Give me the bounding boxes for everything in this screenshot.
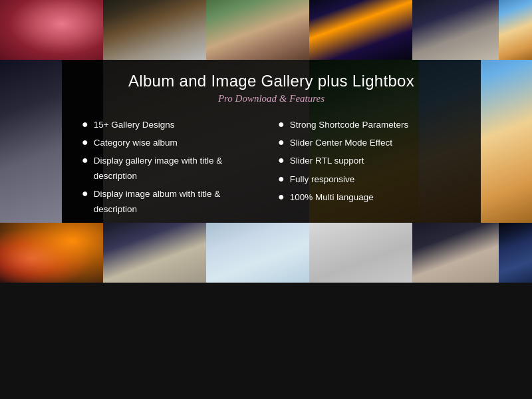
feature-left-1: ● 15+ Gallery Designs: [82, 115, 265, 133]
bullet-icon-3: ●: [82, 151, 88, 169]
bottom-image-5: [412, 223, 499, 283]
features-right-col: ● Strong Shortcode Parameters ● Slider C…: [278, 115, 461, 235]
bottom-image-1: [0, 223, 103, 283]
info-panel: Album and Image Gallery plus Lightbox Pr…: [62, 60, 481, 223]
top-image-5: [412, 0, 499, 60]
feature-left-4: ● Display image album with title & descr…: [82, 184, 265, 217]
bullet-icon-10: ●: [278, 188, 285, 205]
bullet-icon-7: ●: [278, 133, 285, 151]
bottom-image-3: [206, 223, 309, 283]
features-grid: ● 15+ Gallery Designs ● Category wise al…: [82, 115, 461, 235]
mid-image-left: [0, 60, 62, 223]
panel-title: Album and Image Gallery plus Lightbox: [128, 72, 414, 90]
top-image-4: [309, 0, 412, 60]
bullet-icon-8: ●: [278, 151, 285, 169]
bullet-icon-6: ●: [278, 115, 285, 133]
bullet-icon-9: ●: [278, 170, 285, 188]
bullet-icon-1: ●: [82, 115, 88, 133]
top-image-6: [499, 0, 532, 60]
features-left-col: ● 15+ Gallery Designs ● Category wise al…: [82, 115, 265, 235]
black-bar-bottom: [0, 332, 532, 399]
bottom-image-6: [499, 223, 532, 283]
feature-right-5: ● 100% Multi language: [278, 188, 461, 205]
top-image-3: [206, 0, 309, 60]
feature-right-1: ● Strong Shortcode Parameters: [278, 115, 461, 133]
scene: Album and Image Gallery plus Lightbox Pr…: [0, 0, 532, 399]
bottom-image-row: [0, 223, 532, 283]
top-image-1: [0, 0, 103, 60]
feature-right-4: ● Fully responsive: [278, 170, 461, 188]
top-image-2: [103, 0, 206, 60]
feature-left-2: ● Category wise album: [82, 133, 265, 151]
feature-right-2: ● Slider Center Mode Effect: [278, 133, 461, 151]
bullet-icon-4: ●: [82, 184, 88, 202]
top-image-row: [0, 0, 532, 60]
bottom-image-4: [309, 223, 412, 283]
panel-subtitle: Pro Download & Features: [218, 93, 325, 104]
bottom-image-2: [103, 223, 206, 283]
bullet-icon-2: ●: [82, 133, 88, 151]
feature-left-3: ● Display gallery image with title & des…: [82, 151, 265, 184]
feature-right-3: ● Slider RTL support: [278, 151, 461, 169]
